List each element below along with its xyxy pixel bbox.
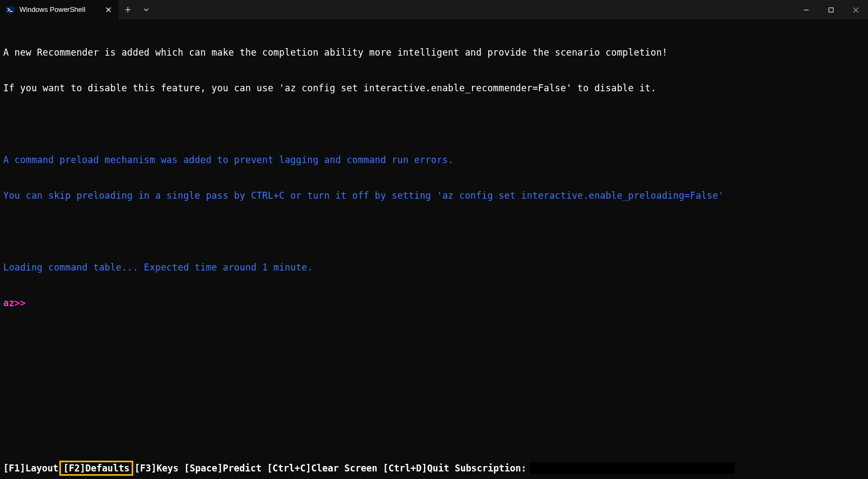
window-controls — [794, 0, 868, 19]
tab-powershell[interactable]: Windows PowerShell — [0, 0, 119, 19]
titlebar-drag-area[interactable] — [155, 0, 794, 19]
minimize-button[interactable] — [794, 0, 818, 19]
subscription-value-redacted — [530, 462, 735, 474]
terminal-output[interactable]: A new Recommender is added which can mak… — [0, 19, 868, 479]
ctrl-d-quit[interactable]: [Ctrl+D]Quit — [383, 462, 449, 474]
status-bar: [F1]Layout [F2]Defaults [F3]Keys [Space]… — [3, 461, 865, 476]
prompt[interactable]: az>> — [3, 297, 865, 309]
f3-keys[interactable]: [F3]Keys — [134, 462, 179, 474]
loading-line: Loading command table... Expected time a… — [3, 261, 865, 273]
maximize-button[interactable] — [818, 0, 843, 19]
intro-line-1: A new Recommender is added which can mak… — [3, 46, 865, 58]
close-window-button[interactable] — [843, 0, 868, 19]
new-tab-button[interactable] — [119, 0, 137, 19]
f1-layout[interactable]: [F1]Layout — [3, 462, 58, 474]
subscription-label: Subscription: — [455, 462, 527, 474]
space-predict[interactable]: [Space]Predict — [184, 462, 261, 474]
tab-title: Windows PowerShell — [19, 5, 99, 15]
svg-rect-7 — [829, 8, 833, 12]
powershell-icon — [5, 5, 15, 15]
close-tab-button[interactable] — [104, 5, 113, 15]
preload-line-2: You can skip preloading in a single pass… — [3, 190, 865, 201]
preload-line-1: A command preload mechanism was added to… — [3, 154, 865, 166]
f2-defaults[interactable]: [F2]Defaults — [59, 461, 133, 476]
titlebar: Windows PowerShell — [0, 0, 868, 19]
ctrl-c-clear[interactable]: [Ctrl+C]Clear Screen — [267, 462, 378, 474]
tab-dropdown-button[interactable] — [137, 0, 155, 19]
intro-line-2: If you want to disable this feature, you… — [3, 82, 865, 94]
